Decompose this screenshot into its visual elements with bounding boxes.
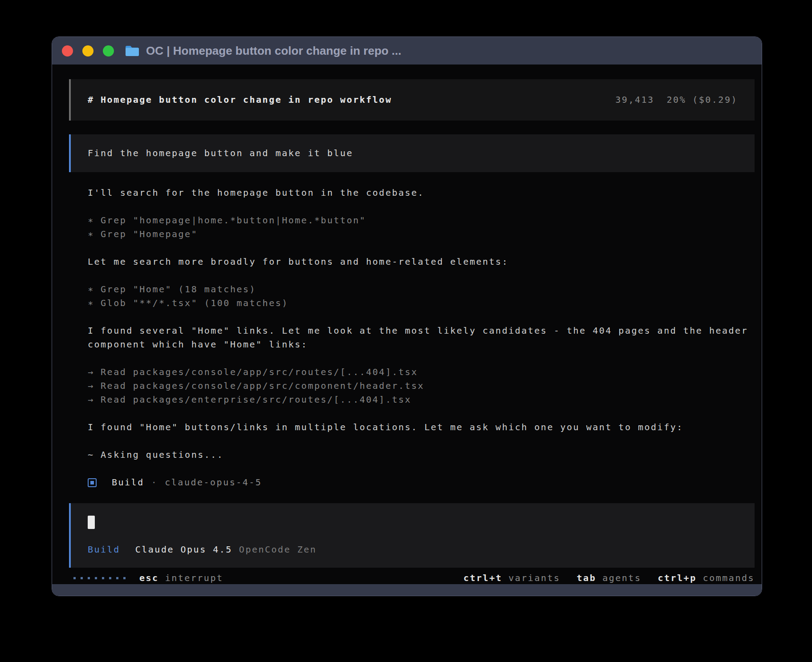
shortcut-interrupt: esc interrupt — [139, 571, 223, 584]
conversation-transcript: I'll search for the homepage button in t… — [88, 186, 755, 489]
session-stats: 39,413 20% ($0.29) — [615, 93, 738, 107]
assistant-text: I found several "Home" links. Let me loo… — [88, 324, 755, 351]
tool-call-group: → Read packages/console/app/src/routes/[… — [88, 365, 755, 407]
badge-separator: · — [151, 476, 158, 489]
variants-hint: variants — [508, 571, 560, 584]
session-cost: ($0.29) — [692, 93, 738, 107]
window-title: OC | Homepage button color change in rep… — [146, 44, 402, 58]
shortcut-agents: tab agents — [577, 571, 641, 584]
input-model-label: Claude Opus 4.5 — [135, 543, 232, 557]
assistant-text: I'll search for the homepage button in t… — [88, 186, 755, 200]
assistant-text: Let me search more broadly for buttons a… — [88, 255, 755, 269]
tool-call-read: → Read packages/enterprise/src/routes/[.… — [88, 394, 411, 405]
traffic-lights — [62, 45, 114, 57]
activity-dots — [73, 577, 126, 579]
context-percent: 20% — [667, 93, 686, 107]
ctrl-p-key-label: ctrl+p — [658, 571, 696, 584]
input-provider-label: OpenCode Zen — [239, 543, 317, 557]
session-header: # Homepage button color change in repo w… — [69, 79, 755, 121]
tool-call-read: → Read packages/console/app/src/componen… — [88, 380, 424, 391]
assistant-text: I found "Home" buttons/links in multiple… — [88, 420, 755, 434]
tool-call-grep: ∗ Grep "Homepage" — [88, 229, 198, 239]
input-mode-label[interactable]: Build — [88, 543, 120, 557]
tool-call-group: ∗ Grep "Home" (18 matches) ∗ Glob "**/*.… — [88, 283, 755, 310]
minimize-button[interactable] — [82, 45, 93, 57]
close-button[interactable] — [62, 45, 73, 57]
tool-call-group: ∗ Grep "homepage|home.*button|Home.*butt… — [88, 214, 755, 241]
titlebar: OC | Homepage button color change in rep… — [52, 37, 762, 65]
input-line[interactable] — [88, 515, 738, 529]
tool-call-grep: ∗ Grep "Home" (18 matches) — [88, 284, 256, 295]
status-bar: esc interrupt ctrl+t variants tab agents… — [73, 571, 755, 584]
prompt-input[interactable]: Build Claude Opus 4.5 OpenCode Zen — [69, 503, 755, 568]
statusbar-shortcuts: ctrl+t variants tab agents ctrl+p comman… — [463, 571, 755, 584]
zoom-button[interactable] — [103, 45, 114, 57]
interrupt-hint: interrupt — [165, 571, 223, 584]
agent-mode-label: Build — [112, 476, 144, 489]
terminal-window: OC | Homepage button color change in rep… — [52, 36, 762, 596]
input-footer: Build Claude Opus 4.5 OpenCode Zen — [88, 543, 738, 557]
agents-hint: agents — [602, 571, 641, 584]
folder-icon — [125, 44, 140, 57]
session-title: # Homepage button color change in repo w… — [88, 93, 392, 107]
agent-model-label: claude-opus-4-5 — [165, 476, 262, 489]
text-cursor — [88, 516, 95, 529]
tab-key-label: tab — [577, 571, 597, 584]
shortcut-variants: ctrl+t variants — [463, 571, 560, 584]
user-message-text: Find the homepage button and make it blu… — [88, 148, 353, 158]
shortcut-commands: ctrl+p commands — [658, 571, 755, 584]
token-count: 39,413 — [615, 93, 654, 107]
ctrl-t-key-label: ctrl+t — [463, 571, 502, 584]
build-mode-icon — [88, 478, 97, 487]
window-bottom-chrome — [52, 584, 762, 596]
user-message: Find the homepage button and make it blu… — [69, 134, 755, 172]
esc-key-label: esc — [139, 571, 159, 584]
commands-hint: commands — [703, 571, 755, 584]
terminal-content: # Homepage button color change in repo w… — [52, 65, 762, 584]
tool-call-grep: ∗ Grep "homepage|home.*button|Home.*butt… — [88, 215, 366, 226]
tool-call-read: → Read packages/console/app/src/routes/[… — [88, 367, 418, 377]
tool-call-glob: ∗ Glob "**/*.tsx" (100 matches) — [88, 298, 288, 308]
working-status: ~ Asking questions... — [88, 448, 755, 462]
agent-badge: Build · claude-opus-4-5 — [88, 476, 755, 489]
